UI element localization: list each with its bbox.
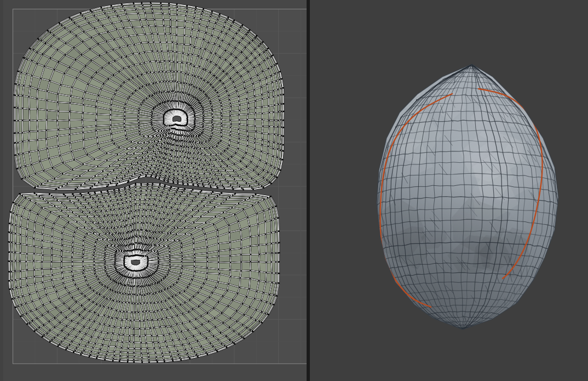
blender-window	[0, 0, 588, 381]
viewport-3d-panel[interactable]	[310, 0, 588, 381]
uv-editor-canvas[interactable]	[0, 0, 307, 381]
viewport-3d-canvas[interactable]	[310, 0, 588, 381]
uv-editor-panel[interactable]	[0, 0, 307, 381]
